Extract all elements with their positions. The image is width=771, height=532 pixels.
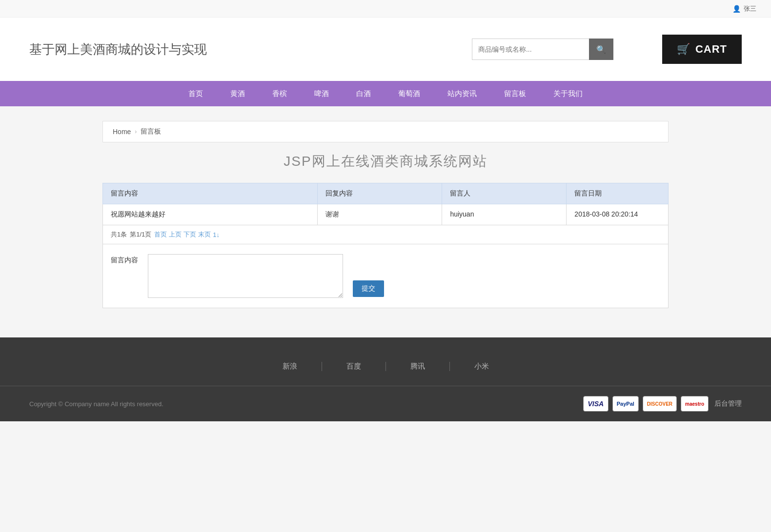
th-reply: 回复内容 xyxy=(318,183,442,204)
header: 基于网上美酒商城的设计与实现 🔍 🛒 CART xyxy=(0,18,771,81)
nav-item-guestbook[interactable]: 留言板 xyxy=(490,81,540,106)
admin-link[interactable]: 后台管理 xyxy=(714,399,742,408)
submit-button[interactable]: 提交 xyxy=(353,280,384,297)
comment-label: 留言内容 xyxy=(111,254,138,265)
nav-item-home[interactable]: 首页 xyxy=(175,81,217,106)
footer-links: 新浪 百度 腾讯 小米 xyxy=(0,352,771,386)
footer-link-tencent[interactable]: 腾讯 xyxy=(386,362,450,371)
footer-copyright: Copyright © Company name All rights rese… xyxy=(29,400,163,408)
nav-item-pijiu[interactable]: 啤酒 xyxy=(301,81,343,106)
content-area: 留言内容 回复内容 留言人 留言日期 祝愿网站越来越好 谢谢 huiyuan 2… xyxy=(102,183,669,308)
comment-textarea[interactable] xyxy=(148,254,343,298)
message-table: 留言内容 回复内容 留言人 留言日期 祝愿网站越来越好 谢谢 huiyuan 2… xyxy=(102,183,669,225)
nav-item-news[interactable]: 站内资讯 xyxy=(434,81,490,106)
cart-button[interactable]: 🛒 CART xyxy=(662,35,742,64)
nav-item-xiangbin[interactable]: 香槟 xyxy=(259,81,301,106)
pagination-last[interactable]: 末页 xyxy=(198,230,211,239)
comment-form: 留言内容 提交 xyxy=(102,244,669,308)
pagination-prev[interactable]: 上页 xyxy=(169,230,182,239)
payment-maestro: maestro xyxy=(681,396,709,412)
top-bar: 👤 张三 xyxy=(0,0,771,18)
breadcrumb-home[interactable]: Home xyxy=(113,128,131,136)
main-content: Home › 留言板 JSP网上在线酒类商城系统网站 留言内容 回复内容 留言人… xyxy=(93,121,678,308)
nav-bar: 首页 黄酒 香槟 啤酒 白酒 葡萄酒 站内资讯 留言板 关于我们 xyxy=(0,81,771,106)
pagination: 共1条 第1/1页 首页 上页 下页 末页 1↓ xyxy=(102,225,669,244)
pagination-page: 第1/1页 xyxy=(130,230,151,239)
row-content: 祝愿网站越来越好 xyxy=(103,204,318,225)
cart-icon: 🛒 xyxy=(677,43,690,56)
footer-link-baidu[interactable]: 百度 xyxy=(322,362,386,371)
pagination-total: 共1条 xyxy=(111,230,127,239)
nav-item-baijiu[interactable]: 白酒 xyxy=(343,81,385,106)
username: 张三 xyxy=(744,4,756,13)
pagination-next[interactable]: 下页 xyxy=(183,230,196,239)
breadcrumb: Home › 留言板 xyxy=(102,121,669,142)
page-heading: JSP网上在线酒类商城系统网站 xyxy=(102,152,669,171)
footer-right: VISA PayPal DISCOVER maestro 后台管理 xyxy=(583,396,742,412)
row-reply: 谢谢 xyxy=(318,204,442,225)
user-icon: 👤 xyxy=(732,5,741,13)
th-date: 留言日期 xyxy=(567,183,669,204)
search-input[interactable] xyxy=(472,39,589,60)
footer: 新浪 百度 腾讯 小米 Copyright © Company name All… xyxy=(0,337,771,421)
footer-bottom: Copyright © Company name All rights rese… xyxy=(0,386,771,421)
payment-paypal: PayPal xyxy=(612,396,639,412)
th-content: 留言内容 xyxy=(103,183,318,204)
nav-item-huangjiu[interactable]: 黄酒 xyxy=(217,81,259,106)
pagination-count[interactable]: 1↓ xyxy=(213,231,220,238)
breadcrumb-separator: › xyxy=(135,128,137,135)
cart-label: CART xyxy=(695,43,727,56)
breadcrumb-current: 留言板 xyxy=(141,127,161,136)
user-info: 👤 张三 xyxy=(732,4,756,13)
payment-discover: DISCOVER xyxy=(643,396,677,412)
row-date: 2018-03-08 20:20:14 xyxy=(567,204,669,225)
footer-link-xiaomi[interactable]: 小米 xyxy=(450,362,513,371)
search-area: 🔍 xyxy=(472,39,613,60)
payment-visa: VISA xyxy=(583,396,609,412)
site-title: 基于网上美酒商城的设计与实现 xyxy=(29,41,452,58)
search-icon: 🔍 xyxy=(596,45,606,54)
row-user: huiyuan xyxy=(442,204,567,225)
footer-link-sina[interactable]: 新浪 xyxy=(258,362,322,371)
search-button[interactable]: 🔍 xyxy=(589,39,613,60)
pagination-first[interactable]: 首页 xyxy=(154,230,167,239)
nav-item-about[interactable]: 关于我们 xyxy=(540,81,596,106)
nav-item-putaojiu[interactable]: 葡萄酒 xyxy=(385,81,434,106)
table-row: 祝愿网站越来越好 谢谢 huiyuan 2018-03-08 20:20:14 xyxy=(103,204,669,225)
th-user: 留言人 xyxy=(442,183,567,204)
